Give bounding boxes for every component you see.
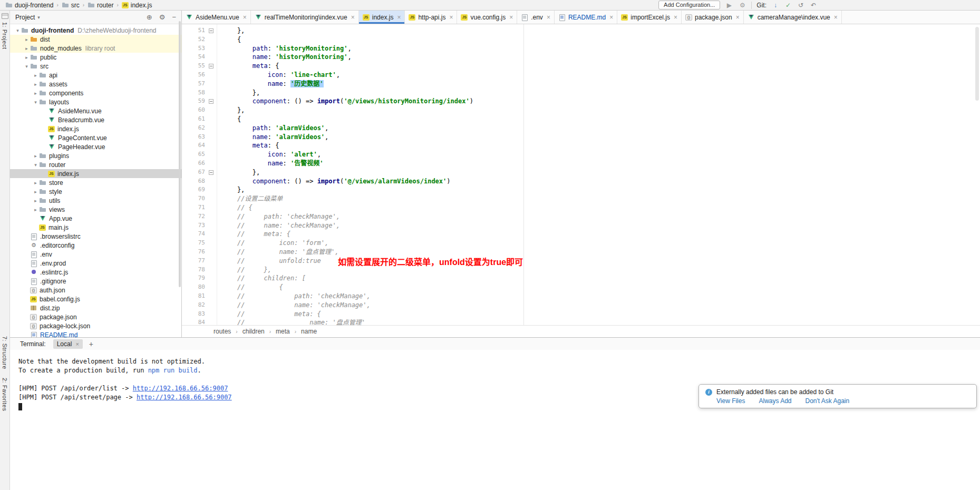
code-line[interactable]: 73 // name: 'checkManage', (182, 221, 980, 230)
code-line[interactable]: 78 // }, (182, 266, 980, 275)
chevron-closed-icon[interactable]: ▸ (32, 207, 39, 212)
code-line[interactable]: 64 meta: { (182, 141, 980, 150)
project-panel-title[interactable]: Project (15, 14, 35, 21)
notification-action-always-add[interactable]: Always Add (759, 397, 791, 405)
chevron-closed-icon[interactable]: ▸ (23, 37, 30, 42)
code-line[interactable]: 54 name: 'historyMonitoring', (182, 53, 980, 62)
tree-item-duoji-frontend[interactable]: ▾duoji-frontendD:\zheheWeb\duoji-fronten… (10, 26, 181, 35)
code-line[interactable]: 70 //设置二级菜单 (182, 194, 980, 203)
code-line[interactable]: 58 }, (182, 89, 980, 97)
tree-item-app-vue[interactable]: App.vue (10, 214, 181, 223)
tree-item-editorconfig[interactable]: ⚙.editorconfig (10, 241, 181, 250)
tree-item-asidemenu-vue[interactable]: AsideMenu.vue (10, 106, 181, 115)
rollback-icon[interactable]: ↶ (809, 2, 818, 9)
chevron-down-icon[interactable]: ▾ (37, 15, 40, 20)
close-icon[interactable]: × (834, 14, 838, 21)
build-settings-icon[interactable]: ⚙ (738, 2, 746, 9)
tool-windows-icon[interactable] (2, 13, 8, 19)
terminal-tab-local[interactable]: Local× (53, 339, 83, 349)
hide-panel-icon[interactable]: − (172, 14, 176, 21)
chevron-closed-icon[interactable]: ▸ (32, 180, 39, 185)
tool-stripe-2-favorites[interactable]: 2: Favorites (2, 378, 8, 411)
chevron-closed-icon[interactable]: ▸ (32, 198, 39, 203)
tree-item-pagecontent-vue[interactable]: PageContent.vue (10, 133, 181, 142)
code-line[interactable]: 77 // unfold:true (182, 257, 980, 266)
close-icon[interactable]: × (736, 14, 740, 21)
code-line[interactable]: 62 path: 'alarmVideos', (182, 124, 980, 133)
tree-item-layouts[interactable]: ▾layouts (10, 97, 181, 106)
settings-icon[interactable]: ⚙ (159, 14, 166, 21)
chevron-closed-icon[interactable]: ▸ (32, 153, 39, 159)
chevron-closed-icon[interactable]: ▸ (32, 82, 39, 87)
fold-marker-icon[interactable] (209, 28, 214, 33)
fold-marker-icon[interactable] (209, 170, 214, 175)
breadcrumb-item-index-js[interactable]: JSindex.js (121, 2, 153, 9)
tree-item-plugins[interactable]: ▸plugins (10, 151, 181, 160)
tree-item-babel-config-js[interactable]: JSbabel.config.js (10, 295, 181, 303)
code-line[interactable]: 71 // { (182, 203, 980, 212)
code-line[interactable]: 53 path: 'historyMonitoring', (182, 44, 980, 53)
fold-marker-icon[interactable] (209, 64, 214, 68)
code-line[interactable]: 60 }, (182, 106, 980, 115)
editor-tab-http-api-js[interactable]: JShttp-api.js× (405, 11, 457, 24)
terminal-output[interactable]: Note that the development build is not o… (10, 350, 980, 490)
tree-item-utils[interactable]: ▸utils (10, 196, 181, 205)
code-line[interactable]: 79 // children: [ (182, 274, 980, 283)
tree-item-browserslistrc[interactable]: .browserslistrc (10, 232, 181, 241)
editor-tab-readme-md[interactable]: README.md× (555, 11, 617, 24)
chevron-closed-icon[interactable]: ▸ (32, 73, 39, 78)
chevron-closed-icon[interactable]: ▸ (32, 189, 39, 194)
tool-stripe-1-project[interactable]: 1: Project (2, 22, 8, 49)
terminal-link[interactable]: http://192.168.66.56:9007 (137, 394, 232, 401)
code-line[interactable]: 82 // name: 'checkManage', (182, 301, 980, 310)
history-icon[interactable]: ↺ (797, 2, 805, 9)
tree-item-dist[interactable]: ▸dist (10, 35, 181, 44)
editor-tab-package-json[interactable]: {}package.json× (682, 11, 744, 24)
code-line[interactable]: 63 name: 'alarmVideos', (182, 133, 980, 142)
tree-item-api[interactable]: ▸api (10, 71, 181, 80)
chevron-open-icon[interactable]: ▾ (32, 100, 39, 105)
close-icon[interactable]: × (243, 14, 247, 21)
tree-item-readme-md[interactable]: README.md (10, 330, 181, 337)
chevron-open-icon[interactable]: ▾ (14, 28, 21, 33)
code-line[interactable]: 81 // path: 'checkManage', (182, 292, 980, 301)
code-line[interactable]: 80 // { (182, 283, 980, 292)
code-line[interactable]: 83 // meta: { (182, 310, 980, 319)
terminal-link[interactable]: http://192.168.66.56:9007 (133, 385, 228, 392)
chevron-closed-icon[interactable]: ▸ (23, 55, 30, 60)
code-line[interactable]: 52 { (182, 35, 980, 44)
code-editor[interactable]: 51 },52 {53 path: 'historyMonitoring',54… (182, 24, 980, 325)
editor-tab-realtimemonitoring-index-vue[interactable]: realTimeMonitoring\index.vue× (251, 11, 359, 24)
run-icon[interactable]: ▶ (725, 2, 733, 9)
tree-item-dist-zip[interactable]: dist.zip (10, 303, 181, 312)
close-icon[interactable]: × (509, 14, 513, 21)
chevron-open-icon[interactable]: ▾ (23, 64, 30, 69)
close-icon[interactable]: × (609, 14, 613, 21)
code-line[interactable]: 75 // icon: 'form', (182, 239, 980, 248)
tree-item-breadcrumb-vue[interactable]: Breadcrumb.vue (10, 115, 181, 124)
tree-item-env-prod[interactable]: .env.prod (10, 259, 181, 268)
tree-item-package-lock-json[interactable]: {}package-lock.json (10, 321, 181, 330)
tree-scrollbar[interactable] (179, 21, 181, 287)
tree-item-public[interactable]: ▸public (10, 53, 181, 62)
code-line[interactable]: 74 // meta: { (182, 230, 980, 239)
add-configuration-button[interactable]: Add Configuration... (658, 1, 720, 9)
close-icon[interactable]: × (674, 14, 677, 21)
tree-item-index-js[interactable]: JSindex.js (10, 169, 181, 178)
code-line[interactable]: 55 meta: { (182, 62, 980, 71)
tool-stripe-7-structure[interactable]: 7: Structure (2, 336, 8, 369)
tree-item-auth-json[interactable]: {}auth.json (10, 286, 181, 295)
update-project-icon[interactable]: ↓ (771, 2, 780, 9)
code-line[interactable]: 67 }, (182, 168, 980, 177)
chevron-closed-icon[interactable]: ▸ (23, 46, 30, 51)
code-line[interactable]: 69 }, (182, 185, 980, 194)
close-icon[interactable]: × (397, 14, 401, 21)
code-line[interactable]: 66 name: '告警视频' (182, 159, 980, 168)
fold-marker-icon[interactable] (209, 99, 214, 104)
tree-item-index-js[interactable]: JSindex.js (10, 124, 181, 133)
editor-tab-importexcel-js[interactable]: JSimportExcel.js× (617, 11, 682, 24)
editor-tab-env[interactable]: .env× (517, 11, 555, 24)
code-line[interactable]: 72 // path: 'checkManage', (182, 212, 980, 221)
tree-item-store[interactable]: ▸store (10, 178, 181, 187)
close-icon[interactable]: × (547, 14, 550, 21)
